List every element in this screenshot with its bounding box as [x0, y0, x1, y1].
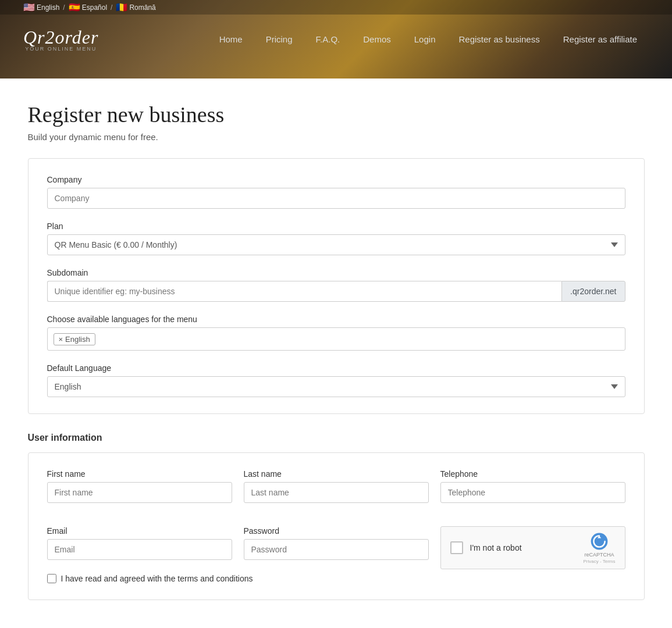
recaptcha-box[interactable]: I'm not a robot reCAPTCHA Privacy - Term… — [440, 526, 625, 569]
flag-espanol: 🇪🇸 — [69, 2, 80, 13]
language-tag-label: English — [65, 335, 90, 344]
company-input[interactable] — [47, 188, 625, 209]
plan-group: Plan QR Menu Basic (€ 0.00 / Monthly) — [47, 222, 625, 255]
telephone-input[interactable] — [440, 482, 625, 503]
logo[interactable]: Qr2order YOUR ONLINE MENU — [23, 27, 98, 52]
page-title: Register new business — [28, 102, 645, 127]
lang-espanol-label: Español — [82, 3, 107, 12]
recaptcha-logo-icon — [590, 532, 609, 551]
logo-text: Qr2order — [23, 27, 98, 48]
company-group: Company — [47, 175, 625, 209]
default-language-label: Default Language — [47, 363, 625, 373]
first-name-label: First name — [47, 469, 232, 479]
recaptcha-links[interactable]: Privacy - Terms — [584, 559, 616, 564]
lang-english-label: English — [37, 3, 59, 12]
lang-separator-2: / — [111, 3, 112, 12]
business-info-card: Company Plan QR Menu Basic (€ 0.00 / Mon… — [28, 158, 645, 414]
last-name-label: Last name — [244, 469, 429, 479]
language-bar: 🇺🇸 English / 🇪🇸 Español / 🇷🇴 Română — [0, 0, 672, 15]
lang-espanol[interactable]: 🇪🇸 Español — [69, 2, 107, 13]
password-input[interactable] — [244, 539, 429, 560]
subdomain-suffix: .qr2order.net — [561, 281, 625, 302]
email-input[interactable] — [47, 539, 232, 560]
recaptcha-label: I'm not a robot — [470, 543, 522, 552]
last-name-group: Last name — [244, 469, 429, 503]
flag-english: 🇺🇸 — [23, 2, 35, 13]
user-grid-row2: Email Password I'm not a robot — [47, 526, 625, 569]
language-tags-container[interactable]: × English — [47, 327, 625, 351]
telephone-label: Telephone — [440, 469, 625, 479]
header: 🇺🇸 English / 🇪🇸 Español / 🇷🇴 Română Qr2o… — [0, 0, 672, 78]
first-name-input[interactable] — [47, 482, 232, 503]
recaptcha-left: I'm not a robot — [450, 541, 522, 554]
terms-label[interactable]: I have read and agreed with the terms an… — [61, 574, 253, 583]
email-label: Email — [47, 526, 232, 536]
subdomain-input[interactable] — [47, 281, 562, 302]
lang-separator-1: / — [63, 3, 65, 12]
logo-sub: YOUR ONLINE MENU — [23, 46, 98, 52]
subdomain-label: Subdomain — [47, 268, 625, 277]
subdomain-row: .qr2order.net — [47, 281, 625, 302]
password-label: Password — [244, 526, 429, 536]
first-name-group: First name — [47, 469, 232, 503]
language-tag-english: × English — [54, 333, 95, 345]
flag-romana: 🇷🇴 — [116, 2, 127, 13]
page-subtitle: Build your dynamic menu for free. — [28, 132, 645, 142]
last-name-input[interactable] — [244, 482, 429, 503]
company-label: Company — [47, 175, 625, 184]
plan-select[interactable]: QR Menu Basic (€ 0.00 / Monthly) — [47, 234, 625, 255]
lang-english[interactable]: 🇺🇸 English — [23, 2, 59, 13]
terms-checkbox[interactable] — [47, 574, 56, 583]
telephone-group: Telephone — [440, 469, 625, 503]
recaptcha-checkbox[interactable] — [450, 541, 463, 554]
languages-group: Choose available languages for the menu … — [47, 315, 625, 351]
email-group: Email — [47, 526, 232, 560]
terms-row: I have read and agreed with the terms an… — [47, 574, 625, 583]
default-language-select[interactable]: English — [47, 376, 625, 397]
user-info-card: First name Last name Telephone Email Pas… — [28, 452, 645, 600]
lang-romana[interactable]: 🇷🇴 Română — [116, 2, 155, 13]
plan-label: Plan — [47, 222, 625, 231]
language-tag-remove[interactable]: × — [59, 335, 63, 344]
main-content: Register new business Build your dynamic… — [16, 78, 656, 628]
subdomain-group: Subdomain .qr2order.net — [47, 268, 625, 302]
user-grid-row1: First name Last name Telephone — [47, 469, 625, 503]
lang-romana-label: Română — [129, 3, 155, 12]
user-section-title: User information — [28, 433, 645, 443]
password-group: Password — [244, 526, 429, 560]
languages-label: Choose available languages for the menu — [47, 315, 625, 324]
recaptcha-brand: reCAPTCHA — [585, 552, 614, 558]
recaptcha-right: reCAPTCHA Privacy - Terms — [584, 532, 616, 564]
default-language-group: Default Language English — [47, 363, 625, 397]
